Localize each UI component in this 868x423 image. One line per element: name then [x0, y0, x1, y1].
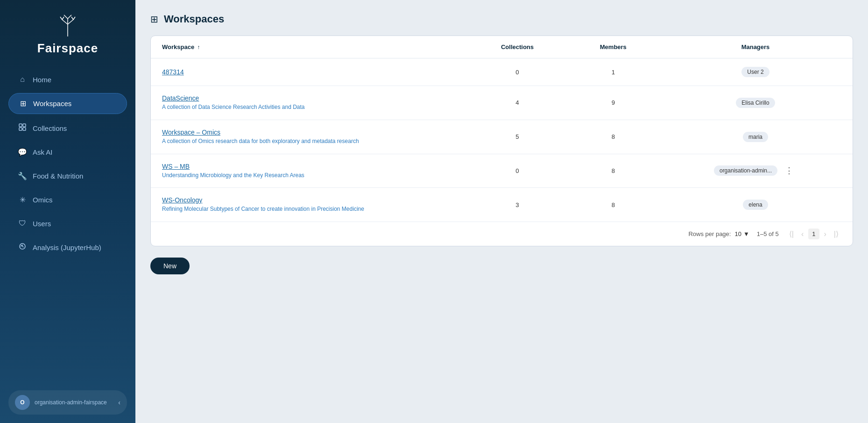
- page-range: 1–5 of 5: [757, 230, 779, 237]
- col-managers: Managers: [658, 36, 853, 58]
- sidebar-item-label: Home: [33, 76, 51, 84]
- page-title: Workspaces: [164, 13, 224, 25]
- col-workspace: Workspace ↑: [151, 36, 466, 58]
- workspace-link[interactable]: DataScience: [162, 94, 455, 102]
- sidebar-footer[interactable]: O organisation-admin-fairspace ‹: [8, 390, 127, 415]
- collapse-icon[interactable]: ‹: [118, 399, 120, 406]
- svg-rect-12: [23, 128, 26, 130]
- svg-line-4: [68, 20, 73, 24]
- sidebar-item-label: Users: [33, 220, 51, 228]
- sidebar-item-label: Ask AI: [33, 148, 53, 156]
- logo-icon: [54, 14, 82, 37]
- workspace-desc: A collection of Data Science Research Ac…: [162, 103, 455, 111]
- col-collections: Collections: [466, 36, 568, 58]
- rows-select-chevron: ▼: [743, 230, 749, 237]
- row-more-button[interactable]: ⋮: [781, 164, 797, 178]
- svg-line-7: [71, 17, 73, 20]
- managers-cell: maria: [658, 120, 853, 154]
- page-header: ⊞ Workspaces: [150, 13, 853, 25]
- manager-badge: elena: [743, 200, 768, 210]
- members-cell: 1: [568, 58, 658, 86]
- collections-cell: 0: [466, 154, 568, 188]
- managers-cell: User 2: [658, 58, 853, 86]
- managers-cell: elena: [658, 188, 853, 222]
- workspace-cell: WS – MB Understanding Microbiology and t…: [151, 154, 466, 188]
- pagination-row: Rows per page: 10 ▼ 1–5 of 5 ⟨| ‹ 1 › |⟩: [151, 222, 853, 246]
- rows-per-page-value: 10: [734, 230, 741, 237]
- sidebar-item-label: Analysis (JupyterHub): [33, 244, 101, 251]
- members-cell: 9: [568, 86, 658, 120]
- analysis-icon: [18, 243, 27, 252]
- workspace-desc: Refining Molecular Subtypes of Cancer to…: [162, 205, 455, 213]
- svg-line-6: [62, 17, 64, 20]
- prev-page-button[interactable]: ‹: [798, 228, 806, 240]
- sort-icon[interactable]: ↑: [197, 44, 200, 50]
- workspaces-header-icon: ⊞: [150, 14, 158, 25]
- workspace-cell: DataScience A collection of Data Science…: [151, 86, 466, 120]
- manager-badge: Elisa Cirillo: [736, 98, 775, 108]
- table-row: Workspace – Omics A collection of Omics …: [151, 120, 853, 154]
- new-button[interactable]: New: [150, 258, 190, 274]
- svg-line-2: [68, 15, 71, 19]
- sidebar-item-label: Food & Nutrition: [33, 172, 83, 180]
- last-page-button[interactable]: |⟩: [831, 228, 841, 240]
- manager-badge: organisation-admin...: [714, 165, 777, 176]
- rows-per-page-select[interactable]: 10 ▼: [734, 230, 749, 237]
- table-row: WS-Oncology Refining Molecular Subtypes …: [151, 188, 853, 222]
- sidebar-item-home[interactable]: ⌂ Home: [8, 70, 127, 89]
- page-nav: ⟨| ‹ 1 › |⟩: [786, 228, 841, 240]
- table-row: WS – MB Understanding Microbiology and t…: [151, 154, 853, 188]
- next-page-button[interactable]: ›: [821, 228, 829, 240]
- workspace-link[interactable]: Workspace – Omics: [162, 129, 455, 136]
- sidebar-item-omics[interactable]: ✳ Omics: [8, 190, 127, 210]
- table-row: 487314 0 1 User 2: [151, 58, 853, 86]
- main-content: ⊞ Workspaces Workspace ↑ Collections Mem…: [135, 0, 868, 423]
- rows-per-page-container: Rows per page: 10 ▼: [688, 230, 749, 237]
- sidebar-item-food-nutrition[interactable]: 🔧 Food & Nutrition: [8, 166, 127, 186]
- app-title: Fairspace: [37, 41, 98, 56]
- home-icon: ⌂: [18, 75, 27, 84]
- svg-line-8: [73, 17, 75, 20]
- col-members: Members: [568, 36, 658, 58]
- table-header: Workspace ↑ Collections Members Managers: [151, 36, 853, 58]
- collections-cell: 4: [466, 86, 568, 120]
- managers-cell: Elisa Cirillo: [658, 86, 853, 120]
- omics-icon: ✳: [18, 195, 27, 204]
- sidebar-item-users[interactable]: 🛡 Users: [8, 214, 127, 233]
- workspace-link[interactable]: 487314: [162, 68, 455, 76]
- svg-rect-9: [19, 124, 22, 127]
- sidebar-item-collections[interactable]: Collections: [8, 118, 127, 138]
- collections-cell: 3: [466, 188, 568, 222]
- workspace-link[interactable]: WS – MB: [162, 163, 455, 170]
- workspace-desc: A collection of Omics research data for …: [162, 137, 455, 145]
- users-icon: 🛡: [18, 219, 27, 228]
- managers-cell: organisation-admin... ⋮: [658, 154, 853, 188]
- collections-icon: [18, 123, 27, 133]
- members-cell: 8: [568, 188, 658, 222]
- workspace-cell: 487314: [151, 58, 466, 86]
- svg-rect-10: [23, 124, 26, 127]
- svg-line-1: [64, 15, 68, 19]
- manager-badge: maria: [743, 132, 768, 142]
- current-page: 1: [808, 229, 819, 239]
- ask-ai-icon: 💬: [18, 148, 27, 157]
- sidebar-item-workspaces[interactable]: ⊞ Workspaces: [8, 93, 127, 114]
- sidebar-item-label: Omics: [33, 196, 53, 204]
- sidebar-item-ask-ai[interactable]: 💬 Ask AI: [8, 142, 127, 162]
- workspace-cell: Workspace – Omics A collection of Omics …: [151, 120, 466, 154]
- workspace-desc: Understanding Microbiology and the Key R…: [162, 172, 455, 179]
- sidebar-nav: ⌂ Home ⊞ Workspaces Collections 💬 Ask AI: [8, 70, 127, 390]
- sidebar-item-label: Workspaces: [33, 100, 71, 108]
- workspaces-table-container: Workspace ↑ Collections Members Managers…: [150, 36, 853, 246]
- sidebar-item-label: Collections: [33, 124, 67, 132]
- first-page-button[interactable]: ⟨|: [786, 228, 797, 240]
- collections-cell: 0: [466, 58, 568, 86]
- table-wrapper: Workspace ↑ Collections Members Managers…: [151, 36, 853, 222]
- food-icon: 🔧: [18, 172, 27, 180]
- sidebar-item-analysis[interactable]: Analysis (JupyterHub): [8, 237, 127, 258]
- svg-line-3: [62, 20, 68, 24]
- workspace-link[interactable]: WS-Oncology: [162, 196, 455, 204]
- avatar: O: [15, 395, 30, 410]
- table-body: 487314 0 1 User 2 DataScience: [151, 58, 853, 222]
- svg-line-5: [60, 17, 62, 20]
